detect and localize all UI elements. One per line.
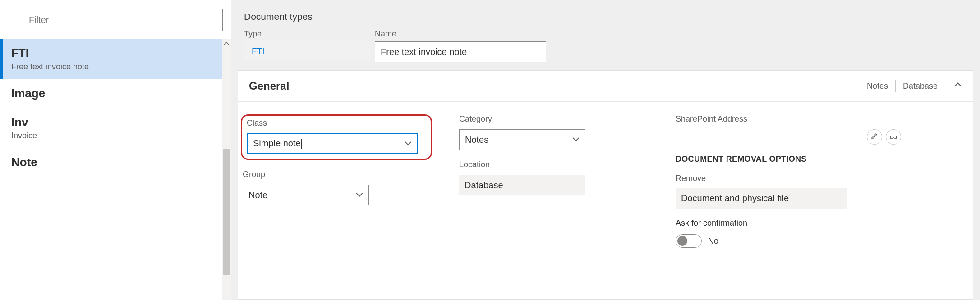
app-root: FTI Free text invoice note Image Inv Inv…	[0, 0, 980, 300]
chevron-down-icon	[405, 139, 412, 149]
filter-container	[0, 0, 231, 39]
edit-button[interactable]	[867, 129, 882, 145]
summary-tag-notes: Notes	[860, 82, 895, 91]
scrollbar-thumb[interactable]	[223, 149, 230, 275]
filter-input[interactable]	[9, 9, 223, 31]
confirm-toggle[interactable]: No	[676, 234, 901, 248]
list-item-image[interactable]: Image	[0, 79, 222, 108]
remove-label: Remove	[676, 174, 901, 183]
list-item-subtitle: Invoice	[11, 131, 211, 141]
category-select[interactable]: Notes	[459, 129, 585, 150]
link-button[interactable]	[886, 129, 901, 145]
general-body: Class Simple note Group Note	[238, 102, 973, 257]
general-card-header[interactable]: General Notes Database	[238, 71, 973, 102]
remove-field: Remove Document and physical file	[676, 174, 901, 209]
list-item-title: Image	[11, 86, 211, 100]
class-label: Class	[247, 118, 426, 128]
class-field-highlight: Class Simple note	[241, 114, 432, 160]
confirm-label: Ask for confirmation	[676, 218, 901, 228]
group-select[interactable]: Note	[243, 185, 369, 205]
type-label: Type	[244, 29, 370, 39]
pencil-icon	[871, 132, 878, 142]
name-input[interactable]	[375, 41, 546, 62]
toggle-knob	[677, 236, 687, 246]
list-item-fti[interactable]: FTI Free text invoice note	[0, 39, 222, 79]
sharepoint-field: SharePoint Address	[676, 114, 901, 145]
category-field: Category Notes	[459, 114, 649, 150]
link-icon	[890, 132, 897, 142]
location-label: Location	[459, 160, 649, 169]
group-label: Group	[243, 170, 432, 179]
general-col-3: SharePoint Address	[676, 114, 901, 248]
chevron-up-icon[interactable]	[954, 81, 962, 91]
list-item-title: Inv	[11, 115, 211, 129]
confirm-value: No	[708, 236, 718, 246]
main-panel: Document types Type FTI Name General Not…	[231, 0, 980, 300]
general-card: General Notes Database Class Simple note	[238, 70, 973, 300]
toggle-track	[676, 234, 702, 248]
name-field: Name	[375, 29, 546, 62]
category-value: Notes	[465, 135, 488, 145]
list-item-note[interactable]: Note	[0, 148, 222, 177]
scrollbar-vertical[interactable]	[222, 39, 231, 300]
general-title: General	[249, 80, 860, 92]
list-item-title: Note	[11, 155, 211, 169]
class-select[interactable]: Simple note	[247, 133, 418, 154]
location-value: Database	[459, 175, 585, 195]
group-value: Note	[248, 190, 267, 200]
type-field: Type FTI	[244, 29, 370, 62]
list-item-title: FTI	[11, 46, 211, 60]
type-value-link[interactable]: FTI	[244, 41, 370, 61]
sharepoint-row	[676, 129, 901, 145]
document-type-list: FTI Free text invoice note Image Inv Inv…	[0, 39, 231, 300]
scroll-up-arrow[interactable]	[222, 39, 231, 48]
page-title: Document types	[238, 6, 973, 29]
chevron-down-icon	[356, 190, 363, 200]
list-item-inv[interactable]: Inv Invoice	[0, 108, 222, 148]
list-item-subtitle: Free text invoice note	[11, 62, 211, 72]
general-col-2: Category Notes Location Database	[459, 114, 649, 248]
chevron-down-icon	[572, 135, 580, 145]
category-label: Category	[459, 114, 649, 124]
group-field: Group Note	[243, 170, 432, 205]
sharepoint-label: SharePoint Address	[676, 114, 901, 124]
general-col-1: Class Simple note Group Note	[243, 114, 432, 248]
name-label: Name	[375, 29, 546, 39]
location-field: Location Database	[459, 160, 649, 195]
confirm-field: Ask for confirmation No	[676, 218, 901, 248]
summary-tag-database: Database	[896, 82, 945, 91]
class-value: Simple note	[253, 138, 302, 149]
header-fields: Type FTI Name	[238, 29, 973, 70]
remove-value[interactable]: Document and physical file	[676, 188, 847, 209]
filter-group	[9, 9, 223, 31]
document-removal-heading: DOCUMENT REMOVAL OPTIONS	[676, 155, 901, 164]
sidebar: FTI Free text invoice note Image Inv Inv…	[0, 0, 231, 300]
sharepoint-input[interactable]	[676, 137, 860, 137]
